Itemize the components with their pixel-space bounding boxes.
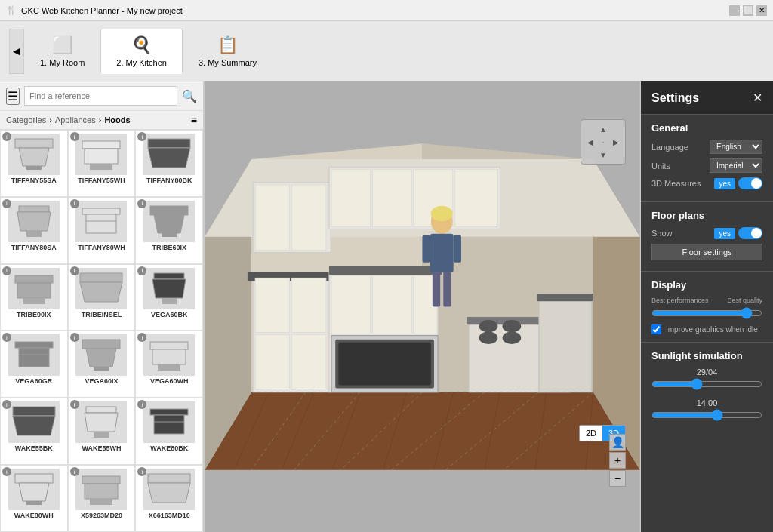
nav-widget[interactable]: ▲ ◀ · ▶ ▼ (581, 119, 626, 165)
improve-graphics-checkbox[interactable] (651, 324, 661, 334)
language-label: Language (651, 143, 688, 152)
info-icon[interactable]: i (2, 132, 11, 141)
zoom-person-button[interactable]: 👤 (609, 434, 626, 451)
units-select[interactable]: Imperial Metric (710, 158, 762, 173)
product-item-vega60wh[interactable]: i VEGA60WH (135, 331, 203, 398)
product-image (8, 201, 60, 242)
product-image (75, 134, 127, 175)
search-button[interactable]: 🔍 (182, 89, 197, 103)
date-slider[interactable] (651, 378, 762, 390)
nav-right-button[interactable]: ▶ (610, 136, 622, 148)
settings-close-button[interactable]: ✕ (753, 91, 762, 105)
info-icon[interactable]: i (70, 467, 79, 476)
svg-point-89 (479, 320, 498, 332)
product-item-tribe60ix[interactable]: i TRIBE60IX (135, 197, 203, 264)
menu-button[interactable]: ☰ (6, 88, 20, 105)
product-item-wake55wh[interactable]: i WAKE55WH (68, 398, 136, 465)
room-icon: ⬜ (52, 35, 72, 55)
zoom-out-button[interactable]: − (609, 470, 626, 487)
nav-up-button[interactable]: ▲ (597, 123, 609, 135)
maximize-button[interactable]: ⬜ (743, 5, 753, 16)
product-item-vega60ix[interactable]: i VEGA60IX (68, 331, 136, 398)
product-item-wake80bk[interactable]: i WAKE80BK (135, 398, 203, 465)
product-name: TIFFANY80WH (78, 244, 125, 251)
svg-rect-32 (152, 349, 186, 364)
product-item-tiffany80bk[interactable]: i TIFFANY80BK (135, 130, 203, 197)
svg-rect-93 (539, 299, 592, 392)
tab-summary[interactable]: 📋 3. My Summary (183, 29, 273, 74)
measures3d-track[interactable] (738, 177, 762, 189)
svg-rect-78 (455, 169, 498, 226)
product-item-wake80wh[interactable]: i WAKE80WH (0, 465, 68, 532)
svg-rect-42 (15, 474, 53, 483)
svg-rect-18 (17, 283, 51, 298)
product-name: X66163MD10 (149, 512, 190, 519)
language-select[interactable]: English French German Spanish (710, 140, 762, 154)
svg-rect-94 (537, 294, 593, 301)
svg-rect-12 (86, 214, 116, 233)
title-bar: 🍴 GKC Web Kitchen Planner - My new proje… (0, 0, 773, 21)
product-image (8, 334, 60, 376)
measures3d-toggle[interactable]: yes (714, 177, 762, 189)
product-item-x66163md10[interactable]: i X66163MD10 (135, 465, 203, 532)
product-item-wake55bk[interactable]: i WAKE55BK (0, 398, 68, 465)
product-image (143, 268, 195, 309)
breadcrumb-categories[interactable]: Categories (6, 115, 46, 125)
product-name: VEGA60WH (150, 377, 189, 385)
product-item-tiffany80sa[interactable]: i TIFFANY80SA (0, 197, 68, 264)
breadcrumb-appliances[interactable]: Appliances (55, 115, 96, 125)
svg-rect-36 (86, 407, 116, 413)
product-item-vega60bk[interactable]: i VEGA60BK (135, 264, 203, 331)
product-item-tribe90ix[interactable]: i TRIBE90IX (0, 264, 68, 331)
product-item-tiffany80wh[interactable]: i TIFFANY80WH (68, 197, 136, 264)
svg-rect-22 (154, 273, 184, 279)
product-item-tribeinsel[interactable]: i TRIBEINSEL (68, 264, 136, 331)
svg-marker-7 (148, 148, 190, 168)
display-title: Display (651, 279, 762, 291)
info-icon[interactable]: i (137, 266, 146, 275)
svg-rect-3 (82, 141, 120, 149)
display-quality-slider[interactable] (651, 307, 762, 319)
info-icon[interactable]: i (70, 266, 79, 275)
time-slider[interactable] (651, 409, 762, 421)
search-input[interactable] (24, 86, 177, 106)
svg-rect-40 (154, 415, 184, 434)
list-view-button[interactable]: ≡ (191, 114, 197, 126)
nav-left-button[interactable]: ◀ (584, 136, 596, 148)
collapse-button[interactable]: ◀ (9, 29, 24, 74)
show-track[interactable] (738, 227, 762, 239)
product-item-tiffany55sa[interactable]: i TIFFANY55SA (0, 130, 68, 197)
product-name: TIFFANY80SA (11, 244, 57, 251)
info-icon[interactable]: i (70, 199, 79, 208)
zoom-in-button[interactable]: + (609, 452, 626, 469)
window-controls[interactable]: — ⬜ ✕ (729, 5, 767, 16)
product-name: TIFFANY55WH (78, 177, 125, 184)
summary-icon: 📋 (217, 35, 238, 55)
product-name: TRIBEINSEL (82, 311, 122, 318)
floor-settings-button[interactable]: Floor settings (651, 244, 762, 260)
show-toggle[interactable]: yes (714, 227, 762, 239)
date-value: 29/04 (651, 367, 762, 377)
svg-marker-51 (205, 392, 639, 470)
info-icon[interactable]: i (70, 400, 79, 409)
svg-rect-67 (255, 278, 289, 332)
info-icon[interactable]: i (2, 266, 11, 275)
product-name: VEGA60IX (85, 377, 118, 385)
product-image (143, 401, 195, 443)
2d-button[interactable]: 2D (580, 426, 602, 441)
info-icon[interactable]: i (2, 199, 11, 208)
product-item-tiffany55wh[interactable]: i TIFFANY55WH (68, 130, 136, 197)
close-button[interactable]: ✕ (756, 5, 767, 16)
minimize-button[interactable]: — (729, 5, 740, 16)
product-image (8, 401, 60, 443)
tab-room[interactable]: ⬜ 1. My Room (24, 29, 100, 74)
info-icon[interactable]: i (70, 132, 79, 141)
svg-rect-11 (82, 208, 120, 214)
product-item-vega60gr[interactable]: i VEGA60GR (0, 331, 68, 398)
nav-down-button[interactable]: ▼ (597, 149, 609, 161)
product-image (143, 201, 195, 242)
product-item-x59263md20[interactable]: i X59263MD20 (68, 465, 136, 532)
svg-rect-16 (162, 233, 177, 237)
measures3d-row: 3D Measures yes (651, 177, 762, 189)
tab-kitchen[interactable]: 🍳 2. My Kitchen (100, 29, 183, 74)
